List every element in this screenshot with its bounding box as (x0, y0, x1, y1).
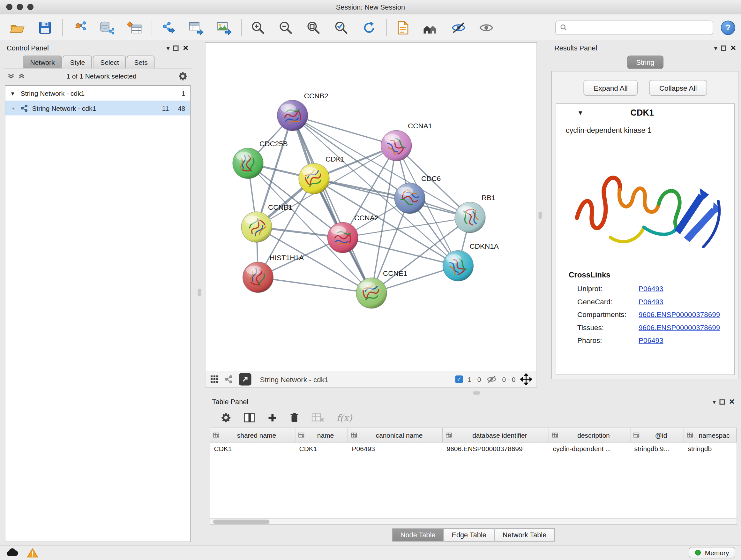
panel-float-icon[interactable] (174, 45, 179, 51)
export-image-button[interactable] (212, 17, 235, 39)
edge-HIST1H1A-CCNE1[interactable] (258, 277, 372, 294)
crosslink-link[interactable]: P06493 (638, 298, 664, 306)
tab-node-table[interactable]: Node Table (392, 528, 444, 542)
close-window-button[interactable] (6, 4, 13, 10)
minimize-window-button[interactable] (17, 4, 23, 10)
table-cell[interactable]: 9606.ENSP00000378699 (443, 442, 549, 456)
panel-collapse-icon[interactable]: ▾ (713, 398, 716, 406)
edge-CCNB2-CCNE1[interactable] (293, 116, 372, 294)
hide-selected-button[interactable] (447, 17, 470, 39)
panel-close-icon[interactable]: ✕ (729, 397, 735, 406)
network-canvas[interactable]: CCNB2CCNA1CDC25BCDK1CDC6RB1CCNB1CCNA2CDK… (205, 43, 537, 371)
network-node-hist1h1a[interactable]: HIST1H1A (243, 254, 304, 293)
crosslink-link[interactable]: 9606.ENSP00000378699 (638, 310, 720, 319)
column-header-database-identifier[interactable]: database identifier (443, 428, 549, 442)
import-table-from-file-button[interactable] (123, 17, 146, 39)
open-session-button[interactable] (6, 17, 29, 39)
warning-icon[interactable] (27, 548, 38, 558)
network-node-ccnb2[interactable]: CCNB2 (277, 92, 328, 131)
expand-all-icon[interactable] (18, 72, 25, 79)
home-overview-button[interactable] (419, 17, 442, 39)
pan-move-icon[interactable] (521, 374, 532, 385)
export-table-button[interactable] (185, 17, 208, 39)
panel-collapse-icon[interactable]: ▾ (714, 44, 718, 52)
tab-string[interactable]: String (627, 56, 664, 69)
help-button[interactable]: ? (721, 20, 735, 35)
network-collection-row[interactable]: ▼ String Network - cdk1 1 (5, 86, 190, 101)
panel-collapse-icon[interactable]: ▾ (166, 44, 170, 52)
network-node-cdkn1a[interactable]: CDKN1A (443, 242, 499, 281)
network-row-selected[interactable]: ● String Network - cdk1 11 48 (5, 101, 190, 116)
horizontal-scrollbar[interactable] (210, 518, 737, 524)
column-header-name[interactable]: name (295, 428, 348, 442)
column-header-shared-name[interactable]: shared name (210, 428, 295, 442)
zoom-in-button[interactable] (247, 17, 270, 39)
tree-expand-icon[interactable]: ▼ (10, 90, 17, 96)
save-session-button[interactable] (33, 17, 57, 39)
column-header--id[interactable]: @id (630, 428, 684, 442)
crosslink-link[interactable]: 9606.ENSP00000378699 (638, 323, 720, 332)
tab-network-table[interactable]: Network Table (494, 528, 554, 542)
function-builder-button[interactable]: f(x) (337, 413, 352, 423)
edge-CDK1-RB1[interactable] (314, 179, 470, 218)
selected-nodes-checkbox[interactable]: ✓ (455, 375, 463, 383)
snapshot-document-button[interactable] (392, 17, 414, 39)
import-network-from-file-button[interactable] (68, 17, 91, 39)
network-node-rb1[interactable]: RB1 (455, 194, 495, 233)
tab-select[interactable]: Select (93, 56, 126, 69)
network-node-cdc6[interactable]: CDC6 (394, 175, 441, 213)
column-header-namespac[interactable]: namespac (684, 428, 737, 442)
scrollbar-thumb[interactable] (213, 520, 270, 524)
delete-table-button[interactable] (312, 413, 324, 423)
expand-all-button[interactable]: Expand All (584, 80, 637, 96)
zoom-fit-button[interactable] (302, 17, 325, 39)
tab-style[interactable]: Style (63, 56, 92, 69)
grid-mode-icon[interactable] (210, 375, 219, 384)
crosslink-link[interactable]: P06493 (638, 285, 664, 293)
delete-column-button[interactable] (290, 413, 299, 423)
tab-edge-table[interactable]: Edge Table (444, 528, 494, 542)
open-in-new-button[interactable] (239, 373, 252, 386)
maximize-window-button[interactable] (27, 4, 34, 10)
splitter-handle[interactable] (473, 391, 480, 395)
panel-float-icon[interactable] (721, 45, 727, 51)
gear-icon[interactable] (178, 71, 188, 81)
export-network-button[interactable] (157, 17, 180, 39)
crosslink-link[interactable]: P06493 (638, 336, 664, 345)
show-columns-button[interactable] (244, 413, 255, 423)
table-cell[interactable]: CDK1 (210, 442, 295, 456)
search-input[interactable] (570, 23, 709, 31)
table-cell[interactable]: stringdb:9... (630, 442, 684, 456)
table-cell[interactable]: P06493 (348, 442, 443, 456)
birdseye-icon[interactable] (225, 375, 233, 384)
import-network-from-database-button[interactable] (95, 17, 118, 39)
panel-close-icon[interactable]: ✕ (730, 44, 736, 52)
zoom-selected-button[interactable] (330, 17, 353, 39)
table-cell[interactable]: stringdb (684, 442, 737, 456)
network-node-cdk1[interactable]: CDK1 (299, 155, 345, 194)
create-column-button[interactable] (268, 413, 277, 422)
network-node-ccnb1[interactable]: CCNB1 (241, 203, 292, 242)
table-settings-button[interactable] (221, 413, 231, 423)
cloud-icon[interactable] (6, 548, 18, 558)
hidden-eye-icon[interactable] (486, 375, 497, 384)
table-cell[interactable]: cyclin-dependent ... (549, 442, 630, 456)
tab-network[interactable]: Network (23, 56, 62, 69)
collapse-all-button[interactable]: Collapse All (649, 80, 707, 96)
memory-button[interactable]: Memory (689, 547, 735, 559)
panel-float-icon[interactable] (720, 399, 725, 405)
show-hidden-button[interactable] (475, 17, 498, 39)
collapse-all-icon[interactable] (8, 72, 14, 79)
column-header-canonical-name[interactable]: canonical name (348, 428, 443, 442)
column-header-description[interactable]: description (549, 428, 630, 442)
splitter-handle[interactable] (539, 212, 542, 219)
panel-close-icon[interactable]: ✕ (183, 44, 189, 52)
gene-section-header[interactable]: ▼ CDK1 (556, 104, 734, 122)
splitter-handle[interactable] (198, 289, 201, 296)
apply-layout-button[interactable] (358, 17, 381, 39)
network-node-cdc25b[interactable]: CDC25B (232, 140, 288, 179)
table-cell[interactable]: CDK1 (295, 442, 348, 456)
table-row[interactable]: CDK1CDK1P064939606.ENSP00000378699cyclin… (210, 442, 737, 456)
edge-CCNB2-CCNA1[interactable] (293, 116, 397, 146)
tab-sets[interactable]: Sets (127, 56, 155, 69)
